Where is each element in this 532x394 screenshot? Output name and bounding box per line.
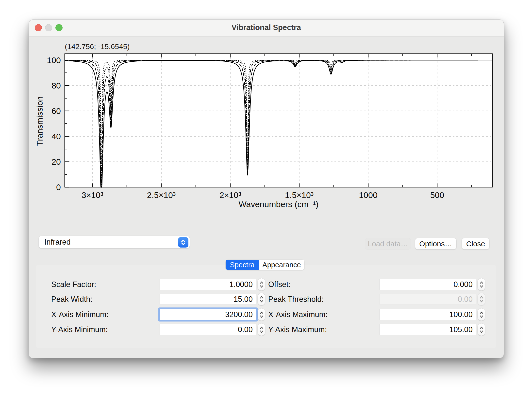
- scale-factor-input[interactable]: [160, 279, 256, 290]
- y-tick-label: 20: [51, 157, 61, 166]
- y-tick-label: 60: [51, 106, 61, 116]
- y-axis-maximum-input[interactable]: [380, 324, 476, 335]
- x-axis-minimum-input[interactable]: [160, 309, 256, 320]
- y-tick-label: 40: [51, 132, 61, 141]
- spectrum-type-select[interactable]: Infrared: [39, 236, 190, 249]
- x-tick-label: 3×10³: [82, 190, 103, 200]
- offset-label: Offset:: [268, 279, 374, 290]
- peak-threshold-label: Peak Threshold:: [268, 294, 374, 305]
- offset-stepper[interactable]: [478, 278, 485, 291]
- y-tick-label: 100: [47, 55, 61, 65]
- x-axis-label: Wavenumbers (cm⁻¹): [205, 199, 352, 209]
- x-axis-maximum-input[interactable]: [380, 309, 476, 320]
- screen: Vibrational Spectra (142.756; -15.6545) …: [0, 0, 532, 394]
- y-tick-label: 80: [51, 81, 61, 90]
- scale-factor-stepper[interactable]: [258, 278, 265, 291]
- vibrational-spectra-window: Vibrational Spectra (142.756; -15.6545) …: [29, 19, 504, 358]
- y-axis-maximum-label: Y-Axis Maximum:: [268, 324, 374, 335]
- peak-threshold-input[interactable]: [380, 294, 476, 305]
- offset-input[interactable]: [380, 279, 476, 290]
- y-axis-minimum-label: Y-Axis Minimum:: [51, 324, 157, 335]
- x-tick-label: 2×10³: [219, 190, 241, 200]
- tab-spectra[interactable]: Spectra: [226, 260, 259, 270]
- tab-appearance[interactable]: Appearance: [259, 260, 304, 270]
- x-axis-maximum-label: X-Axis Maximum:: [268, 309, 374, 320]
- close-button[interactable]: Close: [462, 238, 489, 250]
- x-tick-label: 1000: [359, 190, 378, 200]
- spectra-settings-panel: [36, 265, 496, 348]
- x-axis-minimum-stepper[interactable]: [258, 308, 265, 321]
- x-tick-label: 2.5×10³: [147, 190, 176, 200]
- x-tick-label: 500: [430, 190, 444, 200]
- peak-width-input[interactable]: [160, 294, 256, 305]
- spectrum-type-value: Infrared: [44, 236, 71, 248]
- peak-threshold-stepper[interactable]: [478, 293, 485, 305]
- spectra-plot[interactable]: 3×10³2.5×10³2×10³1.5×10³1000500020406080…: [29, 20, 504, 215]
- y-axis-maximum-stepper[interactable]: [478, 323, 485, 336]
- x-axis-maximum-stepper[interactable]: [478, 308, 485, 321]
- scale-factor-label: Scale Factor:: [51, 279, 157, 290]
- popup-chevrons-icon: [178, 237, 188, 248]
- peak-width-stepper[interactable]: [258, 293, 265, 305]
- y-tick-label: 0: [56, 182, 61, 192]
- peak-width-label: Peak Width:: [51, 294, 157, 305]
- y-axis-minimum-input[interactable]: [160, 324, 256, 335]
- x-tick-label: 1.5×10³: [285, 190, 314, 200]
- y-axis-minimum-stepper[interactable]: [258, 323, 265, 336]
- tab-bar: Spectra Appearance: [226, 260, 304, 270]
- load-data-button[interactable]: Load data…: [365, 238, 411, 250]
- options-button[interactable]: Options…: [415, 238, 456, 250]
- x-axis-minimum-label: X-Axis Minimum:: [51, 309, 157, 320]
